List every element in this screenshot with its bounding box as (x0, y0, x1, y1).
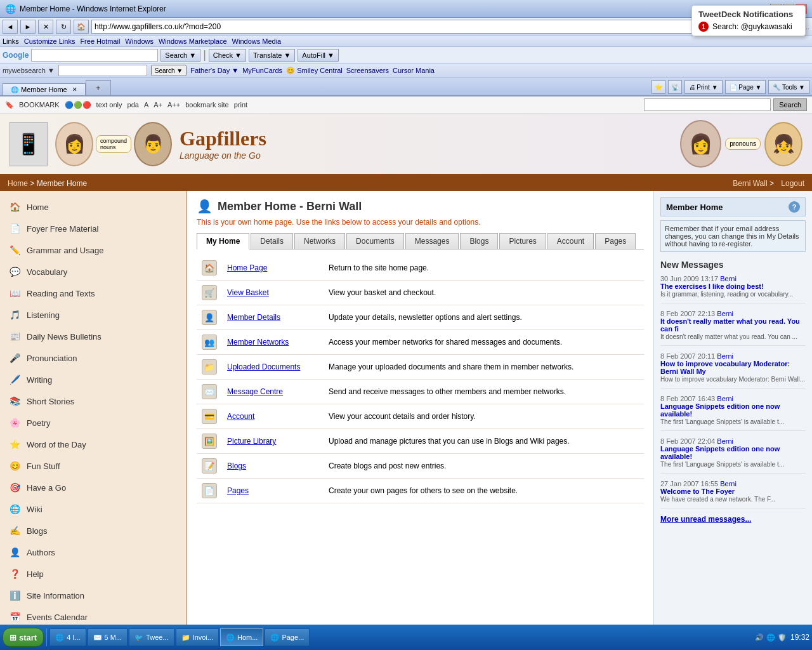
sidebar-item-vocabulary[interactable]: 💬 Vocabulary (0, 261, 186, 282)
sidebar-item-blogs[interactable]: ✍️ Blogs (0, 520, 186, 541)
smiley-central-link[interactable]: 😊 Smiley Central (286, 67, 343, 75)
view-basket-link[interactable]: View Basket (227, 288, 269, 297)
tab-messages[interactable]: Messages (405, 233, 459, 249)
myfuncards-link[interactable]: MyFunCards (242, 67, 282, 74)
blogs-link[interactable]: Blogs (227, 461, 246, 470)
page-button[interactable]: 📄 Page ▼ (725, 80, 766, 94)
taskbar-btn-3[interactable]: 🐦 Twee... (129, 628, 174, 646)
google-search-input[interactable] (31, 49, 158, 62)
tab-account[interactable]: Account (547, 233, 594, 249)
favorites-button[interactable]: ⭐ (652, 80, 665, 94)
sidebar-item-authors[interactable]: 👤 Authors (0, 541, 186, 563)
site-search-button[interactable]: Search (773, 98, 807, 111)
stop-button[interactable]: ✕ (38, 20, 53, 34)
fathers-day-link[interactable]: Father's Day ▼ (190, 67, 239, 74)
message-link-6[interactable]: Welcome to The Foyer (660, 488, 735, 495)
tab-my-home[interactable]: My Home (197, 233, 249, 249)
tab-networks[interactable]: Networks (294, 233, 345, 249)
windows-link[interactable]: Windows (125, 37, 154, 45)
sidebar-item-reading[interactable]: 📖 Reading and Texts (0, 282, 186, 304)
tab-blogs[interactable]: Blogs (460, 233, 498, 249)
aplusplus-link[interactable]: A++ (167, 101, 180, 109)
print-link[interactable]: print (234, 101, 247, 109)
cursor-mania-link[interactable]: Cursor Mania (393, 67, 435, 74)
sidebar-item-daily-news[interactable]: 📰 Daily News Bulletins (0, 326, 186, 347)
message-link-1[interactable]: The exercises I like doing best! (660, 282, 764, 290)
breadcrumb-home[interactable]: Home (8, 179, 28, 188)
autofill-button[interactable]: AutoFill ▼ (298, 49, 339, 62)
bookmark-site-link[interactable]: bookmark site (185, 101, 228, 109)
taskbar-btn-5[interactable]: 🌐 Hom... (220, 628, 263, 646)
sidebar-item-poetry[interactable]: 🌸 Poetry (0, 412, 186, 434)
bookmark-label[interactable]: BOOKMARK (19, 101, 60, 109)
windows-media-link[interactable]: Windows Media (232, 37, 282, 45)
site-search-input[interactable] (644, 98, 771, 111)
sidebar-item-short-stories[interactable]: 📚 Short Stories (0, 390, 186, 412)
message-link-2[interactable]: It doesn't really matter what you read. … (660, 317, 800, 333)
sidebar-item-help[interactable]: ❓ Help (0, 563, 186, 585)
berni-wall-link[interactable]: Berni Wall (733, 179, 767, 188)
sidebar-item-events[interactable]: 📅 Events Calendar (0, 606, 186, 625)
screensavers-link[interactable]: Screensavers (346, 67, 389, 74)
print-button[interactable]: 🖨 Print ▼ (684, 80, 723, 94)
sidebar-item-pronunciation[interactable]: 🎤 Pronunciation (0, 347, 186, 369)
customize-links[interactable]: Customize Links (24, 37, 75, 45)
message-centre-link[interactable]: Message Centre (227, 387, 283, 396)
pda-link[interactable]: pda (128, 101, 139, 109)
mywebsearch-input[interactable] (58, 65, 147, 76)
taskbar-btn-4[interactable]: 📁 Invoi... (176, 628, 219, 646)
tab-close-button[interactable]: ✕ (72, 86, 77, 93)
sidebar-item-listening[interactable]: 🎵 Listening (0, 304, 186, 326)
message-link-3[interactable]: How to improve vocabulary Moderator: Ber… (660, 360, 790, 375)
sidebar-item-writing[interactable]: 🖊️ Writing (0, 369, 186, 390)
member-networks-link[interactable]: Member Networks (227, 338, 289, 347)
sidebar-item-have-a-go[interactable]: 🎯 Have a Go (0, 477, 186, 498)
aplus-link[interactable]: A+ (154, 101, 162, 109)
logout-link[interactable]: Logout (781, 179, 804, 188)
home-button[interactable]: 🏠 (74, 20, 89, 34)
sidebar-item-grammar[interactable]: ✏️ Grammar and Usage (0, 239, 186, 261)
forward-button[interactable]: ► (20, 20, 36, 34)
sidebar-item-home[interactable]: 🏠 Home (0, 196, 186, 218)
tab-pictures[interactable]: Pictures (499, 233, 546, 249)
events-icon: 📅 (8, 610, 22, 624)
message-link-5[interactable]: Language Snippets edition one now availa… (660, 445, 780, 460)
google-search-button[interactable]: Search ▼ (160, 49, 200, 62)
member-details-link[interactable]: Member Details (227, 313, 280, 322)
free-hotmail-link[interactable]: Free Hotmail (80, 37, 120, 45)
tab-pages[interactable]: Pages (595, 233, 636, 249)
message-link-4[interactable]: Language Snippets edition one now availa… (660, 402, 780, 418)
listening-icon: 🎵 (8, 308, 22, 322)
sidebar-item-fun-stuff[interactable]: 😊 Fun Stuff (0, 455, 186, 477)
tools-menu-button[interactable]: 🔧 Tools ▼ (768, 80, 809, 94)
account-link[interactable]: Account (227, 412, 254, 421)
text-only-link[interactable]: text only (96, 101, 122, 109)
picture-library-link[interactable]: Picture Library (227, 437, 276, 446)
rss-button[interactable]: 📡 (668, 80, 682, 94)
address-bar[interactable] (91, 20, 742, 34)
taskbar-btn-6[interactable]: 🌐 Page... (265, 628, 310, 646)
new-tab-button[interactable]: + (86, 80, 111, 95)
sidebar-item-word-of-day[interactable]: ⭐ Word of the Day (0, 434, 186, 455)
pages-link[interactable]: Pages (227, 486, 249, 495)
home-page-link[interactable]: Home Page (227, 263, 267, 272)
refresh-button[interactable]: ↻ (56, 20, 71, 34)
browser-tab-member-home[interactable]: 🌐 Member Home ✕ (3, 83, 86, 95)
tab-documents[interactable]: Documents (346, 233, 404, 249)
start-button[interactable]: ⊞ start (3, 628, 44, 647)
check-button[interactable]: Check ▼ (209, 49, 246, 62)
tab-details[interactable]: Details (251, 233, 293, 249)
row-icon-blogs: 📝 (202, 458, 217, 474)
windows-marketplace-link[interactable]: Windows Marketplace (159, 37, 227, 45)
back-button[interactable]: ◄ (3, 20, 18, 34)
taskbar-btn-1[interactable]: 🌐 4 I... (49, 628, 86, 646)
more-messages-link[interactable]: More unread messages... (660, 515, 751, 524)
mywebsearch-button[interactable]: Search ▼ (151, 65, 187, 76)
sidebar-item-site-info[interactable]: ℹ️ Site Information (0, 585, 186, 606)
uploaded-documents-link[interactable]: Uploaded Documents (227, 362, 300, 371)
translate-button[interactable]: Translate ▼ (249, 49, 295, 62)
taskbar-btn-2[interactable]: ✉️ 5 M... (88, 628, 128, 646)
sidebar-item-wiki[interactable]: 🌐 Wiki (0, 498, 186, 520)
a-link[interactable]: A (144, 101, 148, 109)
sidebar-item-foyer[interactable]: 📄 Foyer Free Material (0, 218, 186, 239)
